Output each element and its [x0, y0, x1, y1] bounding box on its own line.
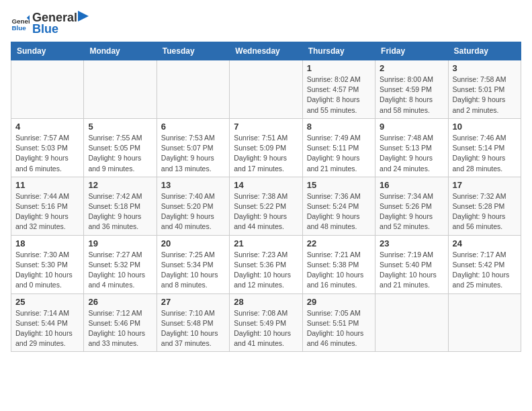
- day-number: 2: [380, 63, 443, 73]
- header-row: SundayMondayTuesdayWednesdayThursdayFrid…: [11, 42, 521, 60]
- day-number: 14: [234, 180, 298, 190]
- day-number: 12: [88, 180, 152, 190]
- day-content: Sunrise: 7:40 AMSunset: 5:20 PMDaylight:…: [161, 191, 225, 232]
- day-content: Sunrise: 7:38 AMSunset: 5:22 PMDaylight:…: [234, 191, 298, 232]
- calendar-cell: 22Sunrise: 7:21 AMSunset: 5:38 PMDayligh…: [302, 235, 375, 293]
- day-number: 27: [161, 297, 225, 307]
- day-content: Sunrise: 7:58 AMSunset: 5:01 PMDaylight:…: [453, 75, 517, 116]
- day-content: Sunrise: 7:46 AMSunset: 5:14 PMDaylight:…: [453, 133, 517, 174]
- day-content: Sunrise: 7:17 AMSunset: 5:42 PMDaylight:…: [453, 250, 517, 291]
- calendar-cell: 9Sunrise: 7:48 AMSunset: 5:13 PMDaylight…: [375, 118, 448, 177]
- day-number: 8: [307, 122, 371, 132]
- day-content: Sunrise: 8:02 AMSunset: 4:57 PMDaylight:…: [307, 75, 371, 116]
- day-number: 16: [380, 180, 443, 190]
- calendar-cell: [448, 293, 521, 352]
- calendar-cell: 25Sunrise: 7:14 AMSunset: 5:44 PMDayligh…: [11, 293, 84, 352]
- day-number: 15: [307, 180, 371, 190]
- day-number: 19: [88, 238, 152, 248]
- day-content: Sunrise: 7:27 AMSunset: 5:32 PMDaylight:…: [88, 250, 152, 291]
- calendar-cell: 5Sunrise: 7:55 AMSunset: 5:05 PMDaylight…: [84, 118, 157, 177]
- calendar-cell: 3Sunrise: 7:58 AMSunset: 5:01 PMDaylight…: [448, 60, 521, 119]
- calendar-cell: 7Sunrise: 7:51 AMSunset: 5:09 PMDaylight…: [230, 118, 302, 177]
- day-number: 4: [15, 122, 79, 132]
- day-number: 5: [88, 122, 152, 132]
- calendar-body: 1Sunrise: 8:02 AMSunset: 4:57 PMDaylight…: [11, 60, 521, 352]
- calendar-cell: 2Sunrise: 8:00 AMSunset: 4:59 PMDaylight…: [375, 60, 448, 119]
- calendar-cell: 23Sunrise: 7:19 AMSunset: 5:40 PMDayligh…: [375, 235, 448, 293]
- column-header-wednesday: Wednesday: [230, 42, 302, 60]
- day-number: 17: [453, 180, 517, 190]
- column-header-friday: Friday: [375, 42, 448, 60]
- day-content: Sunrise: 7:32 AMSunset: 5:28 PMDaylight:…: [453, 191, 517, 232]
- calendar-cell: 1Sunrise: 8:02 AMSunset: 4:57 PMDaylight…: [302, 60, 375, 119]
- calendar-cell: 28Sunrise: 7:08 AMSunset: 5:49 PMDayligh…: [230, 293, 302, 352]
- calendar-cell: 19Sunrise: 7:27 AMSunset: 5:32 PMDayligh…: [84, 235, 157, 293]
- calendar-week-1: 1Sunrise: 8:02 AMSunset: 4:57 PMDaylight…: [11, 60, 521, 119]
- calendar-cell: 13Sunrise: 7:40 AMSunset: 5:20 PMDayligh…: [157, 177, 229, 235]
- day-number: 10: [453, 122, 517, 132]
- column-header-monday: Monday: [84, 42, 157, 60]
- day-content: Sunrise: 7:53 AMSunset: 5:07 PMDaylight:…: [161, 133, 225, 174]
- day-content: Sunrise: 7:48 AMSunset: 5:13 PMDaylight:…: [380, 133, 443, 174]
- day-number: 11: [15, 180, 79, 190]
- calendar-cell: 16Sunrise: 7:34 AMSunset: 5:26 PMDayligh…: [375, 177, 448, 235]
- day-number: 28: [234, 297, 298, 307]
- day-number: 1: [307, 63, 371, 73]
- day-content: Sunrise: 7:19 AMSunset: 5:40 PMDaylight:…: [380, 250, 443, 291]
- calendar-cell: 17Sunrise: 7:32 AMSunset: 5:28 PMDayligh…: [448, 177, 521, 235]
- calendar-cell: 27Sunrise: 7:10 AMSunset: 5:48 PMDayligh…: [157, 293, 229, 352]
- calendar-cell: 14Sunrise: 7:38 AMSunset: 5:22 PMDayligh…: [230, 177, 302, 235]
- calendar-week-3: 11Sunrise: 7:44 AMSunset: 5:16 PMDayligh…: [11, 177, 521, 235]
- calendar-cell: [157, 60, 229, 119]
- calendar-cell: 26Sunrise: 7:12 AMSunset: 5:46 PMDayligh…: [84, 293, 157, 352]
- logo-icon: General Blue: [11, 14, 30, 33]
- calendar-cell: [375, 293, 448, 352]
- calendar-cell: 12Sunrise: 7:42 AMSunset: 5:18 PMDayligh…: [84, 177, 157, 235]
- day-number: 24: [453, 238, 517, 248]
- calendar-cell: 11Sunrise: 7:44 AMSunset: 5:16 PMDayligh…: [11, 177, 84, 235]
- calendar-cell: 10Sunrise: 7:46 AMSunset: 5:14 PMDayligh…: [448, 118, 521, 177]
- calendar-cell: 20Sunrise: 7:25 AMSunset: 5:34 PMDayligh…: [157, 235, 229, 293]
- calendar-header: SundayMondayTuesdayWednesdayThursdayFrid…: [11, 42, 521, 60]
- svg-text:Blue: Blue: [11, 24, 26, 32]
- calendar-cell: 29Sunrise: 7:05 AMSunset: 5:51 PMDayligh…: [302, 293, 375, 352]
- day-content: Sunrise: 7:55 AMSunset: 5:05 PMDaylight:…: [88, 133, 152, 174]
- day-number: 22: [307, 238, 371, 248]
- page-header: General Blue General Blue: [11, 11, 521, 36]
- day-number: 23: [380, 238, 443, 248]
- column-header-saturday: Saturday: [448, 42, 521, 60]
- day-content: Sunrise: 7:12 AMSunset: 5:46 PMDaylight:…: [88, 308, 152, 349]
- day-number: 26: [88, 297, 152, 307]
- day-content: Sunrise: 7:25 AMSunset: 5:34 PMDaylight:…: [161, 250, 225, 291]
- calendar-cell: [11, 60, 84, 119]
- calendar-cell: [84, 60, 157, 119]
- calendar-table: SundayMondayTuesdayWednesdayThursdayFrid…: [11, 42, 521, 352]
- day-content: Sunrise: 7:05 AMSunset: 5:51 PMDaylight:…: [307, 308, 371, 349]
- day-content: Sunrise: 7:14 AMSunset: 5:44 PMDaylight:…: [15, 308, 79, 349]
- day-content: Sunrise: 7:10 AMSunset: 5:48 PMDaylight:…: [161, 308, 225, 349]
- column-header-thursday: Thursday: [302, 42, 375, 60]
- calendar-week-5: 25Sunrise: 7:14 AMSunset: 5:44 PMDayligh…: [11, 293, 521, 352]
- logo-arrow-icon: [78, 11, 89, 21]
- day-number: 9: [380, 122, 443, 132]
- calendar-cell: 18Sunrise: 7:30 AMSunset: 5:30 PMDayligh…: [11, 235, 84, 293]
- day-number: 20: [161, 238, 225, 248]
- calendar-cell: [230, 60, 302, 119]
- day-content: Sunrise: 8:00 AMSunset: 4:59 PMDaylight:…: [380, 75, 443, 116]
- logo: General Blue General Blue: [11, 11, 89, 36]
- column-header-sunday: Sunday: [11, 42, 84, 60]
- calendar-cell: 24Sunrise: 7:17 AMSunset: 5:42 PMDayligh…: [448, 235, 521, 293]
- calendar-week-2: 4Sunrise: 7:57 AMSunset: 5:03 PMDaylight…: [11, 118, 521, 177]
- calendar-cell: 8Sunrise: 7:49 AMSunset: 5:11 PMDaylight…: [302, 118, 375, 177]
- day-number: 3: [453, 63, 517, 73]
- day-content: Sunrise: 7:44 AMSunset: 5:16 PMDaylight:…: [15, 191, 79, 232]
- calendar-cell: 21Sunrise: 7:23 AMSunset: 5:36 PMDayligh…: [230, 235, 302, 293]
- day-number: 29: [307, 297, 371, 307]
- day-content: Sunrise: 7:30 AMSunset: 5:30 PMDaylight:…: [15, 250, 79, 291]
- calendar-cell: 15Sunrise: 7:36 AMSunset: 5:24 PMDayligh…: [302, 177, 375, 235]
- day-content: Sunrise: 7:21 AMSunset: 5:38 PMDaylight:…: [307, 250, 371, 291]
- day-content: Sunrise: 7:51 AMSunset: 5:09 PMDaylight:…: [234, 133, 298, 174]
- day-content: Sunrise: 7:23 AMSunset: 5:36 PMDaylight:…: [234, 250, 298, 291]
- day-number: 21: [234, 238, 298, 248]
- day-content: Sunrise: 7:42 AMSunset: 5:18 PMDaylight:…: [88, 191, 152, 232]
